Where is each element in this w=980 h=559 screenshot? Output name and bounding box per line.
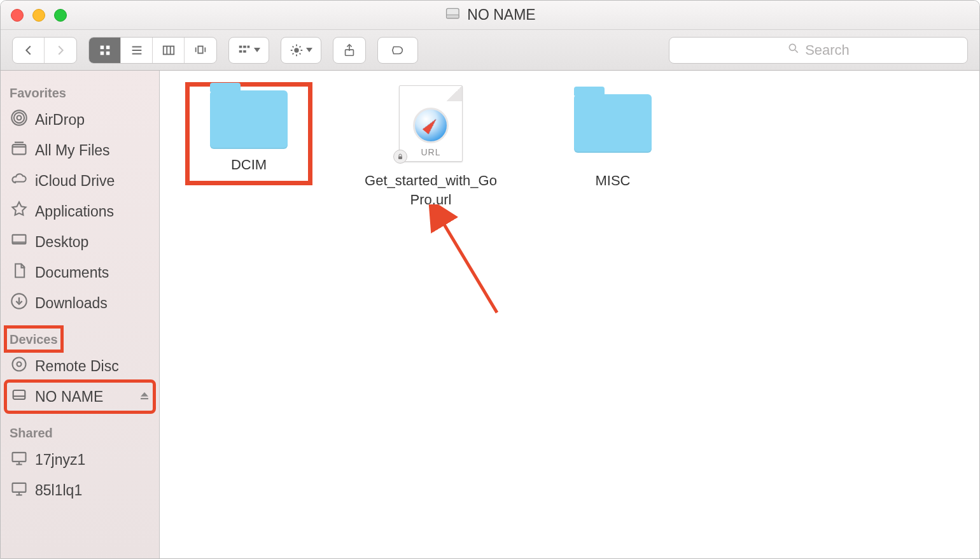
- svg-rect-3: [106, 45, 109, 49]
- svg-point-30: [789, 44, 795, 50]
- svg-point-40: [17, 362, 22, 367]
- svg-rect-49: [398, 157, 402, 160]
- sidebar-item-label: 85l1lq1: [35, 482, 82, 499]
- svg-line-27: [293, 53, 294, 54]
- annotation-arrow: [427, 204, 516, 332]
- sidebar-item-downloads[interactable]: Downloads: [6, 288, 154, 318]
- close-window-button[interactable]: [11, 9, 24, 22]
- sidebar: Favorites AirDrop All My Files iCloud Dr…: [1, 71, 160, 558]
- svg-rect-18: [239, 50, 242, 53]
- sidebar-item-remote-disc[interactable]: Remote Disc: [6, 351, 154, 381]
- svg-rect-16: [243, 45, 246, 48]
- coverflow-view-button[interactable]: [185, 38, 216, 63]
- back-button[interactable]: [13, 38, 45, 63]
- airdrop-icon: [10, 109, 29, 131]
- sidebar-item-label: All My Files: [35, 142, 110, 159]
- titlebar: NO NAME: [1, 1, 979, 30]
- sidebar-item-airdrop[interactable]: AirDrop: [6, 104, 154, 135]
- eject-icon[interactable]: [139, 388, 150, 406]
- chevron-down-icon: [254, 48, 260, 52]
- zoom-window-button[interactable]: [54, 9, 67, 22]
- svg-rect-35: [13, 145, 26, 154]
- sidebar-item-label: NO NAME: [35, 388, 103, 406]
- icon-view-button[interactable]: [89, 38, 121, 63]
- sidebar-item-no-name[interactable]: NO NAME: [6, 381, 154, 412]
- svg-rect-41: [13, 390, 25, 399]
- svg-rect-4: [100, 51, 104, 55]
- forward-button[interactable]: [45, 38, 76, 63]
- arrange-button-group: [228, 37, 269, 64]
- applications-icon: [10, 201, 29, 222]
- file-label: Get_started_with_GoPro.url: [364, 171, 498, 209]
- search-icon: [787, 42, 800, 59]
- svg-rect-2: [100, 45, 104, 49]
- lock-icon: [393, 150, 407, 164]
- arrange-button[interactable]: [229, 38, 269, 63]
- downloads-icon: [10, 292, 29, 314]
- svg-point-20: [294, 48, 298, 52]
- window-title-text: NO NAME: [467, 6, 535, 24]
- sidebar-item-label: Documents: [35, 264, 109, 281]
- sidebar-item-icloud-drive[interactable]: iCloud Drive: [6, 166, 154, 196]
- sidebar-item-label: Applications: [35, 203, 114, 220]
- file-browser-content: DCIM URL Get_started_with_GoPro.url: [160, 71, 979, 558]
- view-mode-buttons: [88, 37, 217, 64]
- column-view-button[interactable]: [153, 38, 185, 63]
- svg-line-26: [300, 53, 301, 54]
- sidebar-heading-favorites: Favorites: [6, 81, 70, 104]
- svg-rect-46: [13, 483, 26, 492]
- svg-rect-12: [198, 46, 202, 53]
- file-item-gopro-url[interactable]: URL Get_started_with_GoPro.url: [361, 82, 501, 209]
- computer-icon: [10, 449, 29, 471]
- svg-line-50: [440, 217, 497, 313]
- file-label: MISC: [596, 171, 631, 190]
- action-button[interactable]: [281, 38, 321, 63]
- svg-rect-9: [163, 46, 174, 54]
- cloud-icon: [10, 170, 29, 192]
- chevron-down-icon: [306, 48, 312, 52]
- desktop-icon: [10, 231, 29, 253]
- svg-rect-15: [239, 45, 242, 48]
- file-item-misc[interactable]: MISC: [543, 82, 683, 190]
- minimize-window-button[interactable]: [32, 9, 45, 22]
- sidebar-item-label: iCloud Drive: [35, 173, 115, 190]
- sidebar-item-shared-2[interactable]: 85l1lq1: [6, 475, 154, 506]
- share-button[interactable]: [333, 38, 365, 63]
- drive-icon: [444, 5, 461, 25]
- file-label: DCIM: [195, 155, 303, 174]
- nav-buttons: [12, 37, 77, 64]
- sidebar-item-shared-1[interactable]: 17jnyz1: [6, 444, 154, 475]
- drive-icon: [10, 386, 29, 407]
- annotation-highlight: DCIM: [185, 82, 312, 185]
- sidebar-item-desktop[interactable]: Desktop: [6, 227, 154, 257]
- search-placeholder: Search: [805, 42, 850, 59]
- sidebar-item-documents[interactable]: Documents: [6, 257, 154, 288]
- tags-button[interactable]: [378, 38, 417, 63]
- search-input[interactable]: Search: [669, 37, 968, 64]
- svg-point-39: [13, 358, 26, 371]
- list-view-button[interactable]: [121, 38, 153, 63]
- folder-icon: [574, 94, 652, 153]
- svg-rect-17: [248, 45, 250, 48]
- svg-point-32: [17, 116, 22, 120]
- sidebar-item-label: Desktop: [35, 234, 88, 251]
- all-files-icon: [10, 139, 29, 161]
- folder-icon: [210, 90, 288, 149]
- sidebar-heading-devices: Devices: [6, 327, 62, 351]
- action-button-group: [281, 37, 321, 64]
- compass-icon: [413, 108, 449, 143]
- file-item-dcim[interactable]: DCIM: [179, 82, 319, 185]
- svg-line-31: [795, 50, 798, 52]
- sidebar-item-label: Remote Disc: [35, 358, 119, 375]
- svg-rect-1: [447, 15, 459, 18]
- svg-rect-5: [106, 51, 109, 55]
- svg-point-33: [14, 113, 24, 123]
- svg-line-28: [300, 46, 301, 47]
- sidebar-item-all-my-files[interactable]: All My Files: [6, 135, 154, 166]
- url-file-icon: URL: [399, 85, 463, 162]
- sidebar-item-applications[interactable]: Applications: [6, 196, 154, 227]
- url-badge-text: URL: [421, 147, 440, 157]
- svg-rect-19: [243, 50, 246, 53]
- toolbar: Search: [1, 30, 979, 71]
- sidebar-heading-shared: Shared: [6, 421, 57, 444]
